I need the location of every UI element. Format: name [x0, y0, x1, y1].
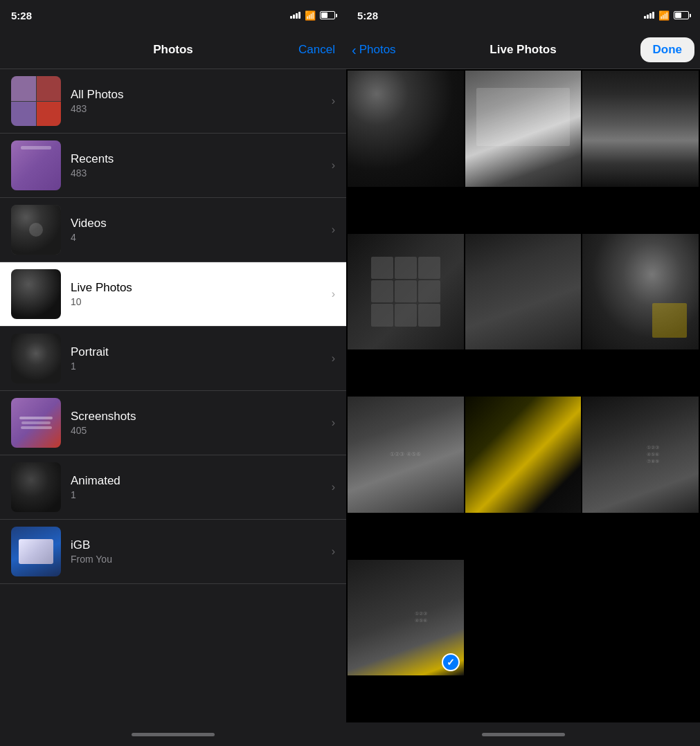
- photo-8: [465, 397, 582, 513]
- cancel-button[interactable]: Cancel: [298, 43, 335, 57]
- chevron-icon-animated: ›: [332, 481, 335, 493]
- photo-9: ①②③ ④⑤⑥ ⑦⑧⑨: [582, 397, 699, 513]
- left-time: 5:28: [11, 10, 32, 21]
- right-bottom-bar: [346, 722, 700, 746]
- album-count-recents: 483: [71, 167, 332, 179]
- chevron-icon-portrait: ›: [332, 352, 335, 365]
- album-name-igb: iGB: [71, 538, 332, 552]
- album-count-live-photos: 10: [71, 296, 332, 307]
- album-count-portrait: 1: [71, 361, 332, 372]
- chevron-icon-videos: ›: [332, 224, 335, 236]
- album-thumb-videos: [11, 205, 61, 255]
- album-name-live-photos: Live Photos: [71, 281, 332, 295]
- photo-cell-4[interactable]: [348, 234, 464, 350]
- right-status-bar: 5:28 📶: [346, 0, 700, 30]
- right-wifi-icon: 📶: [658, 10, 670, 21]
- album-item-videos[interactable]: Videos 4 ›: [0, 198, 346, 262]
- back-button[interactable]: ‹ Photos: [352, 43, 396, 57]
- photo-cell-3[interactable]: [582, 71, 699, 187]
- photo-7: ①②③ ④⑤⑥: [348, 397, 464, 513]
- photo-cell-2[interactable]: [465, 71, 582, 187]
- left-status-bar: 5:28 📶: [0, 0, 346, 30]
- album-count-animated: 1: [71, 489, 332, 500]
- photo-cell-9[interactable]: ①②③ ④⑤⑥ ⑦⑧⑨: [582, 397, 699, 513]
- album-count-videos: 4: [71, 232, 332, 243]
- back-chevron-icon: ‹: [352, 43, 357, 57]
- album-item-animated[interactable]: Animated 1 ›: [0, 455, 346, 520]
- album-info-all-photos: All Photos 483: [61, 88, 332, 114]
- album-count-igb: From You: [71, 554, 332, 565]
- photo-1: [348, 71, 464, 187]
- photo-cell-5[interactable]: [465, 234, 582, 350]
- album-item-igb[interactable]: iGB From You ›: [0, 520, 346, 584]
- right-header-title: Live Photos: [490, 43, 556, 57]
- wifi-icon: 📶: [305, 10, 316, 21]
- photo-cell-8[interactable]: [465, 397, 582, 513]
- right-header: ‹ Photos Live Photos Done: [346, 30, 700, 69]
- album-name-portrait: Portrait: [71, 345, 332, 359]
- album-info-screenshots: Screenshots 405: [61, 410, 332, 436]
- photo-2: [465, 71, 582, 187]
- album-count-screenshots: 405: [71, 425, 332, 436]
- right-status-icons: 📶: [644, 10, 689, 21]
- album-info-portrait: Portrait 1: [61, 345, 332, 372]
- album-thumb-screenshots: [11, 398, 61, 448]
- left-home-indicator: [132, 733, 215, 736]
- signal-icon: [290, 12, 300, 19]
- photo-cell-6[interactable]: [582, 234, 699, 350]
- left-panel: 5:28 📶 Photos Cancel: [0, 0, 346, 746]
- album-thumb-all-photos: [11, 76, 61, 126]
- chevron-icon-igb: ›: [332, 545, 335, 558]
- album-item-all-photos[interactable]: All Photos 483 ›: [0, 69, 346, 134]
- right-time: 5:28: [357, 10, 378, 21]
- left-bottom-bar: [0, 722, 346, 746]
- right-home-indicator: [482, 733, 565, 736]
- left-header-title: Photos: [153, 43, 193, 57]
- album-info-live-photos: Live Photos 10: [61, 281, 332, 307]
- photo-cell-7[interactable]: ①②③ ④⑤⑥: [348, 397, 464, 513]
- album-name-recents: Recents: [71, 152, 332, 166]
- photo-cell-1[interactable]: [348, 71, 464, 187]
- left-header: Photos Cancel: [0, 30, 346, 69]
- album-item-live-photos[interactable]: Live Photos 10 ›: [0, 262, 346, 327]
- photo-cell-10[interactable]: ①②③ ④⑤⑥ ✓: [348, 560, 464, 676]
- chevron-icon-all-photos: ›: [332, 95, 335, 107]
- album-item-recents[interactable]: Recents 483 ›: [0, 134, 346, 198]
- photo-6: [582, 234, 699, 350]
- album-name-all-photos: All Photos: [71, 88, 332, 102]
- album-list[interactable]: All Photos 483 › Recents 483 ›: [0, 69, 346, 722]
- album-item-screenshots[interactable]: Screenshots 405 ›: [0, 391, 346, 455]
- album-thumb-recents: [11, 140, 61, 190]
- chevron-icon-screenshots: ›: [332, 417, 335, 429]
- chevron-icon-recents: ›: [332, 159, 335, 172]
- album-thumb-portrait: [11, 334, 61, 383]
- album-thumb-igb: [11, 527, 61, 576]
- right-signal-icon: [644, 12, 654, 19]
- photo-5: [465, 234, 582, 350]
- chevron-icon-live-photos: ›: [332, 288, 335, 300]
- left-status-icons: 📶: [290, 10, 335, 21]
- album-item-portrait[interactable]: Portrait 1 ›: [0, 327, 346, 391]
- album-name-videos: Videos: [71, 217, 332, 230]
- battery-icon: [320, 11, 335, 19]
- album-info-videos: Videos 4: [61, 217, 332, 243]
- right-panel: 5:28 📶 ‹ Photos Live Photos Done: [346, 0, 700, 746]
- album-count-all-photos: 483: [71, 103, 332, 114]
- album-name-animated: Animated: [71, 474, 332, 488]
- album-name-screenshots: Screenshots: [71, 410, 332, 424]
- right-battery-icon: [674, 11, 689, 19]
- album-info-animated: Animated 1: [61, 474, 332, 500]
- photo-4: [348, 234, 464, 350]
- album-thumb-live-photos: [11, 269, 61, 319]
- back-label[interactable]: Photos: [359, 43, 396, 57]
- album-info-igb: iGB From You: [61, 538, 332, 565]
- album-info-recents: Recents 483: [61, 152, 332, 179]
- album-thumb-animated: [11, 462, 61, 512]
- selected-badge-10: ✓: [442, 653, 460, 671]
- photo-3: [582, 71, 699, 187]
- selected-check-icon: ✓: [447, 657, 455, 667]
- photo-grid[interactable]: ①②③ ④⑤⑥ ①②③ ④⑤⑥ ⑦⑧⑨ ①②③: [346, 69, 700, 722]
- done-button[interactable]: Done: [640, 37, 695, 62]
